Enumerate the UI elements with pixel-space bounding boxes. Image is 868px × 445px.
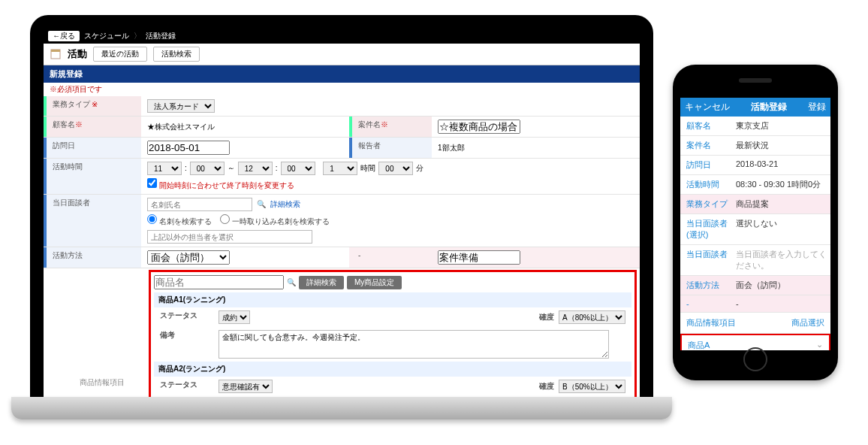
chevron-down-icon: ⌄: [816, 340, 823, 350]
memo-input-1[interactable]: 金額に関しても合意すみ。今週発注予定。: [219, 330, 609, 359]
product-header-2: 商品A2(ランニング): [154, 362, 631, 377]
p-time-v: 08:30 - 09:30 1時間0分: [733, 175, 830, 194]
title-bar: 活動 最近の活動 活動検索: [44, 44, 640, 65]
min-unit: 分: [416, 163, 423, 174]
value-reporter: 1部太郎: [432, 138, 640, 158]
other-person-input[interactable]: [147, 230, 312, 244]
label-time: 活動時間: [44, 159, 141, 194]
product-search[interactable]: [154, 275, 284, 289]
back-button[interactable]: ←戻る: [48, 31, 80, 41]
my-product-button[interactable]: My商品設定: [347, 276, 402, 289]
phone-frame: キャンセル 活動登録 登録 顧客名東京支店 案件名最新状況 訪問日2018-03…: [673, 65, 838, 380]
label-visit: 訪問日: [44, 138, 141, 158]
activity-icon: [50, 48, 62, 60]
adv-search-link[interactable]: 詳細検索: [270, 199, 300, 210]
search-icon[interactable]: 🔍: [287, 277, 296, 288]
section-header: 新規登録: [44, 65, 640, 83]
prob-label: 確度: [539, 381, 554, 392]
start-min[interactable]: 00: [190, 162, 225, 175]
prob-label: 確度: [539, 312, 554, 322]
dur-unit: 時間: [360, 163, 375, 174]
p-dash-l: -: [680, 295, 733, 312]
proj-prep-input[interactable]: [438, 250, 520, 265]
end-hour[interactable]: 12: [238, 162, 273, 175]
memo-label: 備考: [160, 330, 212, 341]
value-visit[interactable]: [141, 138, 349, 158]
label-biztype: 業務タイプ※: [44, 96, 141, 116]
p-split-l: 商品情報項目: [686, 317, 736, 328]
phone-product-section: 商品A⌄ 商品B⌃ 検収状態受注済 更新情報選択しない 売上見込み○: [680, 334, 830, 350]
p-split: 商品情報項目 商品選択: [680, 313, 830, 334]
label-prodsec: 商品情報項目: [80, 377, 125, 388]
prob-select-1[interactable]: A（80%以上）: [559, 310, 625, 324]
product-header-1: 商品A1(ランニング): [154, 292, 631, 307]
save-button[interactable]: 登録: [808, 101, 826, 114]
prob-select-2[interactable]: B（50%以上）: [559, 380, 625, 393]
p-split-r[interactable]: 商品選択: [791, 317, 824, 328]
cancel-button[interactable]: キャンセル: [685, 101, 730, 114]
p-meth-l: 活動方法: [680, 276, 733, 295]
p-acc-a[interactable]: 商品A⌄: [682, 335, 829, 350]
p-proj-l: 案件名: [680, 136, 733, 155]
p-visit-v: 2018-03-21: [733, 156, 830, 174]
p-meth-v[interactable]: 面会（訪問）: [733, 276, 830, 295]
dur-min[interactable]: 00: [378, 162, 413, 175]
p-dash-v: -: [733, 295, 830, 312]
p-biz-l: 業務タイプ: [680, 195, 733, 213]
p-cust-l: 顧客名: [680, 117, 733, 135]
svg-rect-1: [51, 50, 60, 52]
status-label: ステータス: [160, 310, 212, 321]
radio-2[interactable]: 一時取り込み名刺を検索する: [220, 217, 330, 226]
status-select-1[interactable]: 成約: [219, 310, 250, 324]
required-note: ※必須項目です: [44, 83, 640, 96]
laptop-base: [11, 397, 672, 419]
biztype-select[interactable]: 法人系カード: [147, 99, 215, 113]
value-project[interactable]: [432, 117, 640, 137]
window-bar: ←戻る スケジュール 〉 活動登録: [44, 29, 640, 44]
label-method: 活動方法: [44, 247, 141, 268]
p-time-l: 活動時間: [680, 175, 733, 194]
dur-num[interactable]: 1: [323, 162, 357, 175]
status-select-2[interactable]: 意思確認有: [219, 380, 273, 393]
time-sync-checkbox[interactable]: 開始時刻に合わせて終了時刻を変更する: [147, 178, 294, 191]
phone-nav-bar: キャンセル 活動登録 登録: [680, 98, 830, 117]
breadcrumb-1[interactable]: スケジュール: [84, 31, 129, 41]
p-cust-v: 東京支店: [733, 117, 830, 135]
product-section: 🔍 詳細検索 My商品設定 商品A1(ランニング) ステータス 成約 確度 A（…: [149, 270, 637, 397]
breadcrumb-sep: 〉: [134, 31, 141, 41]
method-select[interactable]: 面会（訪問）: [147, 250, 230, 265]
p-visit-l: 訪問日: [680, 156, 733, 174]
p-inp-v[interactable]: 当日面談者を入力してください。: [733, 245, 830, 275]
breadcrumb-2: 活動登録: [146, 31, 176, 41]
p-sel-l: 当日面談者(選択): [680, 214, 733, 244]
p-biz-v: 商品提案: [733, 195, 830, 213]
phone-title: 活動登録: [751, 101, 787, 114]
label-customer: 顧客名※: [44, 117, 141, 137]
page-title: 活動: [68, 47, 87, 61]
radio-1[interactable]: 名刺を検索する: [147, 217, 212, 226]
start-hour[interactable]: 11: [147, 162, 182, 175]
tab-search[interactable]: 活動検索: [153, 47, 200, 62]
p-proj-v: 最新状況: [733, 136, 830, 155]
status-label: ステータス: [160, 380, 212, 390]
label-project: 案件名※: [349, 117, 432, 137]
label-extra: -: [349, 247, 432, 268]
label-interviewer: 当日面談者: [44, 195, 141, 247]
search-icon[interactable]: 🔍: [257, 199, 266, 210]
end-min[interactable]: 00: [281, 162, 315, 175]
value-customer: ★株式会社スマイル: [141, 117, 349, 137]
name-search-input[interactable]: [147, 198, 252, 211]
p-sel-v[interactable]: 選択しない: [733, 214, 830, 244]
label-reporter: 報告者: [349, 138, 432, 158]
p-inp-l: 当日面談者: [680, 245, 733, 275]
tab-recent[interactable]: 最近の活動: [93, 47, 147, 62]
product-adv-search-button[interactable]: 詳細検索: [299, 276, 344, 289]
